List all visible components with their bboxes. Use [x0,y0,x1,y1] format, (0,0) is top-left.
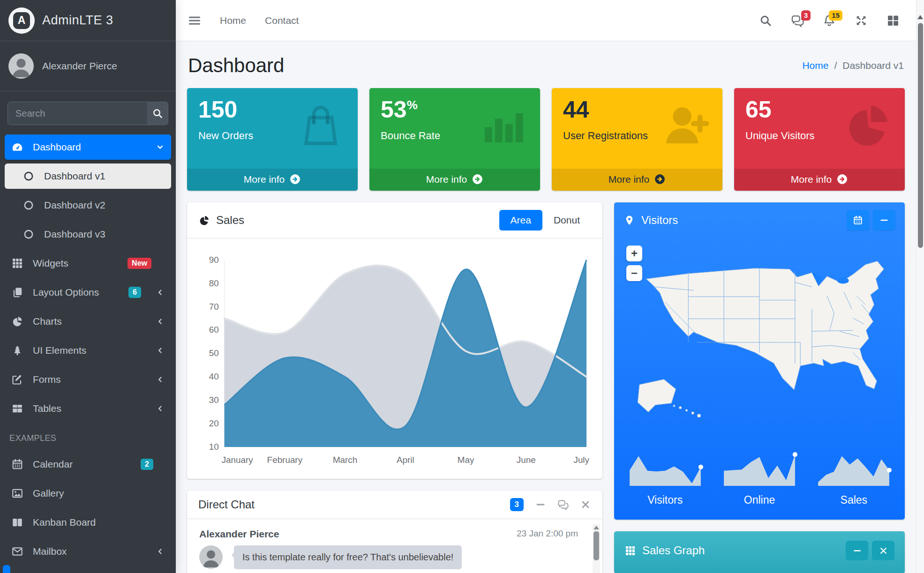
sidebar-link-forms[interactable]: Forms [5,367,171,392]
map-zoom-in-button[interactable]: + [626,246,642,261]
columns-icon [11,516,25,528]
sidebar-link-calendar[interactable]: Calendar2 [5,452,171,477]
sidebar-link-ui-elements[interactable]: UI Elements [5,338,171,363]
more-info-link[interactable]: More info [734,169,905,191]
sidebar-item-dashboard: Dashboard [5,134,171,160]
sidebar-toggle-button[interactable] [188,14,201,27]
shopping-bag-icon [295,99,346,151]
sidebar-item-label: Calendar [33,459,73,470]
sidebar-link-dashboard-v1[interactable]: Dashboard v1 [5,164,171,189]
info-box-body: 150New Orders [187,88,358,169]
more-info-label: More info [244,174,285,185]
sidebar-link-charts[interactable]: Charts [5,309,171,334]
scrollbar-thumb[interactable] [918,23,923,248]
page-scrollbar[interactable] [916,0,924,573]
sales-graph-collapse-button[interactable] [846,541,868,560]
chat-contacts-button[interactable] [557,499,569,510]
expand-arrows-icon [855,14,868,27]
svg-text:80: 80 [209,278,219,288]
navbar-messages[interactable]: 3 [791,14,804,27]
svg-text:90: 90 [209,255,219,265]
sales-graph-close-button[interactable] [872,541,894,560]
chevron-left-icon [156,375,165,384]
calendar-icon [11,458,25,470]
sidebar-search-input[interactable] [8,102,147,125]
sales-chart-body: 102030405060708090JanuaryFebruaryMarchAp… [187,238,602,479]
svg-text:April: April [397,455,414,465]
visitors-calendar-button[interactable] [847,210,869,231]
more-info-link[interactable]: More info [552,169,722,191]
svg-text:20: 20 [209,418,219,428]
sidebar-item-gallery: Gallery [5,481,171,506]
sidebar-link-dashboard-v3[interactable]: Dashboard v3 [5,222,171,247]
sidebar-item-label: Dashboard v2 [44,200,105,211]
image-icon [11,487,25,499]
sparkline-sales: Sales [807,449,901,506]
navbar-link-contact[interactable]: Contact [265,15,299,26]
navbar-notifications[interactable]: 15 [823,14,836,27]
chevron-down-icon [156,143,165,152]
sidebar-link-mailbox[interactable]: Mailbox [5,539,171,564]
sidebar-section-header: EXAMPLES [5,425,171,448]
more-info-label: More info [426,174,467,185]
tab-donut[interactable]: Donut [542,210,591,231]
navbar-search[interactable] [759,14,772,27]
sidebar-link-layout-options[interactable]: Layout Options6 [5,280,171,305]
edit-icon [11,373,25,386]
navbar-fullscreen[interactable] [855,14,868,27]
sales-graph-title: Sales Graph [624,544,705,557]
sidebar-item-label: Layout Options [33,287,99,298]
sales-graph-tools [846,541,894,560]
sidebar-badge: 6 [128,287,141,298]
collapse-button[interactable] [535,499,546,510]
arrow-circle-right-icon [836,173,848,185]
chat-message-author: Alexander Pierce [199,528,279,540]
sidebar-link-widgets[interactable]: WidgetsNew [5,251,171,276]
sidebar-link-dashboard[interactable]: Dashboard [5,134,171,160]
close-button[interactable] [580,499,591,510]
chart-pie-icon [198,215,210,226]
breadcrumb-home-link[interactable]: Home [802,60,828,71]
chevron-left-icon [156,317,165,326]
sidebar-link-kanban-board[interactable]: Kanban Board [5,510,171,535]
sparkline-label: Online [744,494,775,506]
more-info-link[interactable]: More info [369,169,540,191]
sidebar-item-label: Widgets [33,258,68,269]
svg-text:40: 40 [209,372,219,381]
navbar-link-home[interactable]: Home [220,15,246,26]
sidebar-search-button[interactable] [147,102,168,125]
sidebar-link-gallery[interactable]: Gallery [5,481,171,506]
main-sidebar: A AdminLTE 3 Alexander Pierce DashboardD… [0,0,176,573]
map-zoom-out-button[interactable]: − [626,265,642,281]
user-name[interactable]: Alexander Pierce [42,60,117,72]
copy-icon [11,286,25,298]
visitors-collapse-button[interactable] [873,210,895,231]
sidebar-nav: DashboardDashboard v1Dashboard v2Dashboa… [0,133,176,573]
brand-link[interactable]: A AdminLTE 3 [0,0,176,41]
usa-map-svg[interactable] [622,239,897,441]
sidebar-link-dashboard-v2[interactable]: Dashboard v2 [5,193,171,218]
chat-scrollbar[interactable] [593,524,600,573]
sparkline-visitors: Visitors [618,449,712,506]
sidebar-item-ui-elements: UI Elements [5,338,171,363]
chat-message-text: Is this template really for free? That's… [234,545,462,569]
sidebar-overflow-item [3,565,10,573]
top-navbar: Home Contact 315 [176,0,924,41]
sparkline-chart [625,449,706,489]
sparklines-row: VisitorsOnlineSales [614,441,905,520]
chevron-left-icon [156,404,165,413]
more-info-link[interactable]: More info [187,169,358,191]
navbar-control-sidebar[interactable] [886,14,900,27]
user-avatar[interactable] [8,53,34,79]
sidebar-item-tables: Tables [5,396,171,421]
sidebar-badge: New [128,258,151,269]
sidebar-item-mailbox: Mailbox [5,539,171,564]
scrollbar-up-arrow[interactable] [917,15,923,19]
sidebar-item-label: UI Elements [33,345,86,356]
svg-text:July: July [573,455,589,465]
sidebar-link-tables[interactable]: Tables [5,396,171,421]
svg-text:January: January [222,455,254,465]
chevron-left-icon [156,547,165,556]
svg-text:May: May [458,455,474,465]
tab-area[interactable]: Area [499,210,542,231]
